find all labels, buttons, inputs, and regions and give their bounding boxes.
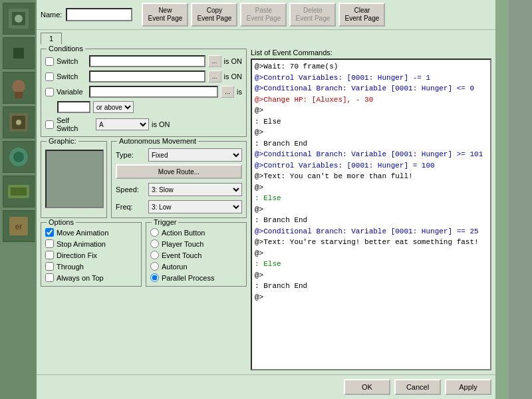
command-line: @>Conditional Branch: Variable [0001: Hu… [255, 226, 487, 237]
event-touch-radio[interactable] [150, 251, 159, 259]
tab-1[interactable]: 1 [41, 33, 62, 45]
trigger-group: Trigger Action Button Player Touch Event… [146, 222, 247, 287]
command-line: @> [255, 292, 487, 303]
switch1-status: is ON [224, 57, 243, 65]
command-line: @>Control Variables: [0001: Hunger] -= 1 [255, 72, 487, 84]
right-decoration [495, 0, 509, 399]
move-animation-checkbox[interactable] [45, 228, 54, 237]
svg-rect-6 [15, 92, 23, 98]
sprite-1 [3, 3, 35, 35]
through-checkbox[interactable] [45, 262, 54, 271]
svg-point-2 [15, 15, 23, 23]
sprite-6 [3, 176, 35, 207]
options-trigger: Options Move Animation Stop Animation Di… [41, 222, 247, 287]
stop-animation-label: Stop Animation [57, 240, 106, 248]
command-line: : Else [255, 193, 487, 204]
parallel-process-row: Parallel Process [150, 273, 242, 282]
speed-label: Speed: [116, 186, 146, 194]
paste-event-page-button[interactable]: PasteEvent Page [240, 3, 287, 27]
self-switch-checkbox[interactable] [45, 120, 54, 129]
variable-btn[interactable]: ... [221, 86, 234, 98]
graphic-title: Graphic: [47, 137, 78, 145]
move-animation-row: Move Animation [45, 228, 137, 237]
graphic-preview[interactable] [45, 150, 104, 208]
variable-num-input[interactable] [57, 101, 90, 113]
event-touch-row: Event Touch [150, 251, 242, 259]
sprite-7: er [3, 210, 35, 242]
new-event-page-button[interactable]: NewEvent Page [142, 3, 188, 27]
sprite-3 [3, 72, 35, 104]
freq-select[interactable]: 1: Lowest 2: Lower 3: Low 4: High 5: Hig… [148, 200, 242, 213]
switch2-row: Switch ... is ON [45, 70, 242, 82]
command-line: : Else [255, 259, 487, 270]
type-select[interactable]: Fixed Random Approach Custom [148, 148, 242, 162]
action-button-row: Action Button [150, 228, 242, 237]
autorun-row: Autorun [150, 262, 242, 271]
player-touch-row: Player Touch [150, 239, 242, 248]
always-on-top-row: Always on Top [45, 273, 137, 282]
variable-input[interactable] [89, 86, 218, 98]
stop-animation-checkbox[interactable] [45, 239, 54, 248]
ok-button[interactable]: OK [344, 379, 390, 395]
move-route-button[interactable]: Move Route... [116, 164, 242, 179]
copy-event-page-button[interactable]: CopyEvent Page [191, 3, 237, 27]
switch1-input[interactable] [89, 55, 205, 67]
variable-row: Variable ... is [45, 86, 242, 98]
graphic-group: Graphic: [41, 141, 107, 218]
speed-row: Speed: 1: x8 Slower 2: x4 Slower 3: Slow… [116, 183, 242, 196]
command-line: : Branch End [255, 138, 487, 150]
right-panel: List of Event Commands: @>Wait: 70 frame… [251, 49, 491, 370]
self-switch-row: SelfSwitch ABCD is ON [45, 116, 242, 132]
command-line: @> [255, 105, 487, 116]
or-above-select[interactable]: or above or below [93, 101, 134, 113]
switch1-row: Switch ... is ON [45, 55, 242, 67]
event-touch-label: Event Touch [162, 251, 201, 259]
command-line: @>Control Variables: [0001: Hunger] = 10… [255, 160, 487, 172]
name-input[interactable] [66, 8, 132, 21]
action-button-label: Action Button [162, 229, 205, 237]
cancel-button[interactable]: Cancel [394, 379, 441, 395]
command-line: : Branch End [255, 215, 487, 226]
delete-event-page-button[interactable]: DeleteEvent Page [289, 3, 336, 27]
sprite-5 [3, 141, 35, 173]
command-line: @>Change HP: [Aluxes], - 30 [255, 94, 487, 106]
direction-fix-checkbox[interactable] [45, 251, 54, 259]
switch2-label: Switch [57, 72, 86, 80]
always-on-top-checkbox[interactable] [45, 273, 54, 282]
player-touch-radio[interactable] [150, 239, 159, 248]
bottom-bar: OK Cancel Apply [37, 374, 495, 399]
svg-rect-4 [13, 48, 24, 59]
switch1-label: Switch [57, 57, 86, 65]
trigger-title: Trigger [152, 218, 178, 226]
apply-button[interactable]: Apply [445, 379, 491, 395]
direction-fix-label: Direction Fix [57, 251, 97, 259]
command-line: @> [255, 270, 487, 281]
command-line: : Else [255, 116, 487, 128]
switch2-checkbox[interactable] [45, 72, 54, 81]
direction-fix-row: Direction Fix [45, 251, 137, 259]
event-commands-list[interactable]: @>Wait: 70 frame(s)@>Control Variables: … [251, 59, 491, 370]
speed-select[interactable]: 1: x8 Slower 2: x4 Slower 3: Slow 4: Fas… [148, 183, 242, 196]
switch1-btn[interactable]: ... [208, 55, 221, 67]
content-area: Conditions Switch ... is ON Switch [37, 45, 495, 374]
self-switch-select[interactable]: ABCD [96, 118, 149, 130]
autorun-radio[interactable] [150, 262, 159, 271]
switch2-input[interactable] [89, 70, 205, 82]
autorun-label: Autorun [162, 263, 188, 271]
variable-status: is [237, 88, 242, 96]
action-button-radio[interactable] [150, 228, 159, 237]
sprite-panel: er [0, 0, 37, 399]
sprite-2 [3, 37, 35, 69]
parallel-process-radio[interactable] [150, 273, 159, 282]
switch1-checkbox[interactable] [45, 57, 54, 66]
variable-checkbox[interactable] [45, 88, 54, 96]
graphic-and-movement: Graphic: Autonomous Movement Type: Fixed… [41, 141, 247, 218]
conditions-title: Conditions [47, 45, 85, 53]
always-on-top-label: Always on Top [57, 274, 104, 282]
switch2-btn[interactable]: ... [208, 70, 221, 82]
svg-point-11 [13, 152, 24, 162]
player-touch-label: Player Touch [162, 240, 203, 248]
freq-row: Freq: 1: Lowest 2: Lower 3: Low 4: High … [116, 200, 242, 213]
command-line: @>Text: You can't be more than full! [255, 171, 487, 182]
clear-event-page-button[interactable]: ClearEvent Page [338, 3, 385, 27]
